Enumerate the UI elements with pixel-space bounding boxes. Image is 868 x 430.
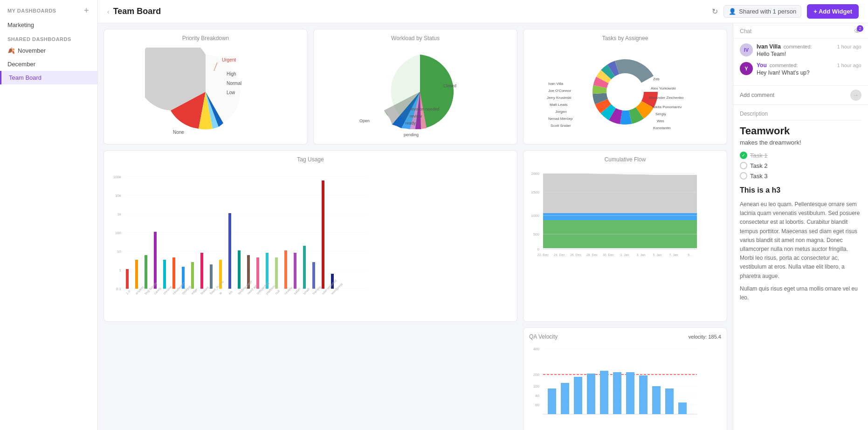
svg-rect-42: [228, 213, 231, 289]
add-dashboard-icon[interactable]: ＋: [83, 6, 90, 15]
tag-usage-widget: Tag Usage 100k 10k 1k 100 10 1 0.1: [103, 150, 517, 322]
task-1-label: Task 1: [750, 152, 768, 159]
message-author-2: You: [757, 62, 767, 69]
svg-rect-32: [135, 260, 138, 289]
chat-message-2: Y You commented: 1 hour ago Hey Ivan! Wh…: [740, 62, 861, 76]
svg-text:0.1: 0.1: [116, 287, 122, 291]
konstantin-label: Konstantin: [653, 126, 671, 130]
sidebar-item-marketing[interactable]: Marketing: [0, 18, 97, 32]
message-action-2: commented:: [770, 62, 798, 68]
sidebar-item-november[interactable]: 🍂 November: [0, 44, 97, 57]
low-label: Low: [227, 90, 235, 95]
zeb-label: Zeb: [653, 77, 660, 81]
chat-messages: IV Ivan Villa commented: 1 hour ago Hell…: [733, 39, 868, 85]
task-item-2: Task 2: [740, 162, 861, 169]
task-2-label: Task 2: [750, 162, 768, 169]
refresh-button[interactable]: ↻: [712, 7, 718, 16]
main-area: ‹ Team Board ↻ 👤 Shared with 1 person + …: [98, 0, 868, 430]
description-heading: Teamwork: [740, 125, 861, 137]
svg-marker-83: [543, 173, 697, 215]
jorgen-label: Jorgen: [555, 110, 566, 114]
message-content-2: You commented: 1 hour ago Hey Ivan! What…: [757, 62, 861, 76]
svg-rect-122: [652, 386, 661, 414]
alex-y-label: Alex Yurkowski: [651, 86, 676, 90]
shared-dashboards-label: SHARED DASHBOARDS: [0, 32, 97, 44]
sidebar-item-december[interactable]: December: [0, 57, 97, 71]
svg-text:100: 100: [533, 384, 540, 388]
nikita-label: Nikita Ponomarev: [652, 105, 682, 109]
qa-chart-title: QA Velocity: [529, 333, 558, 340]
task-item-1: ✓ Task 1: [740, 152, 861, 159]
add-widget-button[interactable]: + Add Widget: [807, 4, 859, 19]
chat-section: Chat 👁 2 IV Ivan Villa commented:: [733, 23, 868, 105]
joe-oconnor-label: Joe O'Connor: [548, 89, 571, 93]
ivan-villa-label: Ivan Villa: [548, 82, 564, 86]
alex-z-label: Alexander Zinchenko: [648, 96, 684, 100]
message-action-1: commented:: [784, 44, 812, 49]
tag-bar-chart: 100k 10k 1k 100 10 1 0.1: [110, 166, 511, 316]
shared-label: Shared with 1 person: [739, 8, 796, 15]
assignee-pie-chart: Ivan Villa Joe O'Connor Jerry Krusinski …: [529, 45, 721, 139]
sergiy-label: Sergiy: [655, 112, 666, 116]
svg-rect-34: [154, 232, 157, 289]
description-subheading: makes the dreamwork!: [740, 139, 861, 146]
description-section: Description Teamwork makes the dreamwork…: [733, 105, 868, 430]
svg-rect-31: [126, 269, 129, 289]
workload-pie-chart: Closed Open issues found in progress pen…: [319, 45, 511, 139]
svg-rect-48: [284, 250, 287, 289]
description-title: Description: [740, 111, 861, 120]
svg-rect-47: [275, 257, 278, 289]
shared-button[interactable]: 👤 Shared with 1 person: [723, 5, 801, 18]
svg-rect-49: [294, 253, 296, 289]
svg-rect-52: [322, 180, 324, 289]
svg-text:100: 100: [115, 231, 122, 235]
svg-text:2000: 2000: [531, 172, 539, 176]
workload-widget: Workload by Status: [313, 29, 517, 145]
task-3-checkbox[interactable]: [740, 172, 747, 180]
page-title: Team Board: [113, 7, 161, 16]
priority-breakdown-widget: Priority Breakdown: [103, 29, 308, 145]
message-meta-1: Ivan Villa commented: 1 hour ago: [757, 43, 861, 50]
header-actions: ↻ 👤 Shared with 1 person + Add Widget: [712, 4, 859, 19]
svg-text:10k: 10k: [115, 194, 122, 198]
svg-text:ie: ie: [219, 291, 223, 295]
send-message-button[interactable]: →: [850, 90, 861, 101]
collapse-button[interactable]: ‹: [107, 8, 110, 15]
pending-label: pending: [404, 132, 419, 137]
ivan-avatar: IV: [740, 43, 753, 56]
dashboard-grid: Priority Breakdown: [98, 23, 733, 430]
sidebar: MY DASHBOARDS ＋ Marketing SHARED DASHBOA…: [0, 0, 98, 430]
task-2-checkbox[interactable]: [740, 162, 747, 169]
svg-text:30. Dec: 30. Dec: [603, 253, 614, 257]
none-label: None: [173, 130, 184, 135]
svg-text:100k: 100k: [113, 175, 122, 179]
my-dashboards-label: MY DASHBOARDS ＋: [0, 0, 97, 18]
message-text-2: Hey Ivan! What's up?: [757, 69, 861, 76]
description-h3: This is a h3: [740, 186, 861, 194]
svg-rect-50: [303, 246, 306, 289]
svg-text:200: 200: [533, 373, 540, 377]
normal-label: Normal: [227, 81, 241, 86]
matt-lewis-label: Matt Lewis: [550, 103, 567, 107]
sidebar-item-teamboard[interactable]: Team Board: [0, 71, 97, 84]
svg-text:80: 80: [535, 394, 539, 398]
svg-text:1. Jan: 1. Jan: [620, 253, 629, 257]
sidebar-item-label: December: [7, 61, 35, 68]
cumulative-widget: Cumulative Flow 2000 1500 1000 500 0 Tas…: [523, 150, 727, 322]
sidebar-item-label: November: [18, 47, 46, 54]
chat-input[interactable]: [740, 92, 847, 98]
svg-rect-117: [587, 374, 595, 414]
task-1-checkbox[interactable]: ✓: [740, 152, 747, 159]
chat-title: Chat 👁 2: [733, 23, 868, 39]
svg-text:500: 500: [533, 232, 540, 236]
closed-label: Closed: [443, 83, 456, 88]
message-author-1: Ivan Villa: [757, 43, 781, 50]
viewer-count: 2: [857, 25, 863, 32]
chat-message-1: IV Ivan Villa commented: 1 hour ago Hell…: [740, 43, 861, 57]
svg-text:9...: 9...: [688, 253, 692, 257]
svg-rect-33: [145, 255, 147, 289]
svg-rect-119: [613, 372, 621, 414]
chat-input-area[interactable]: →: [733, 85, 868, 104]
svg-rect-43: [238, 250, 241, 289]
svg-rect-124: [678, 402, 687, 414]
